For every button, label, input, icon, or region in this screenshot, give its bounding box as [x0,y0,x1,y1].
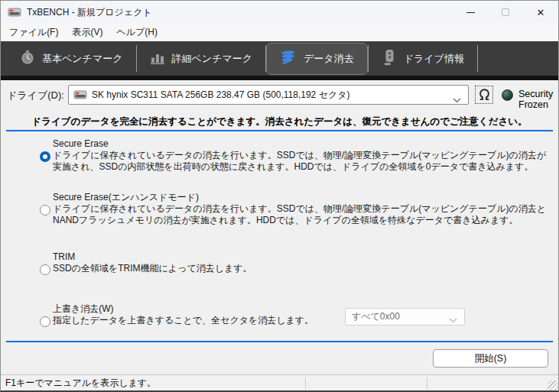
tab-drive-info[interactable]: ドライブ情報 [369,41,477,76]
close-button[interactable]: ✕ [523,1,558,24]
erase-scribble-icon [280,50,297,69]
security-status-text: Security Frozen [518,89,558,110]
refresh-icon [478,89,491,102]
maximize-icon [502,8,509,16]
title-bar: TxBENCH - 新規プロジェクト ✕ [1,1,558,24]
drive-select[interactable]: SK hynix SC311 SATA 256GB 238.47 GB (500… [68,85,469,105]
option-description: ドライブに保存されているデータの消去を行います。SSDでは、物理/論理変換テーブ… [53,150,551,173]
option-description: SSDの全領域をTRIM機能によって消去します。 [53,263,551,274]
overwrite-pattern-select[interactable]: すべて0x00 [345,308,465,326]
drive-info-icon [382,49,397,68]
bar-chart-icon [150,50,165,67]
option-overwrite[interactable]: 上書き消去(W) 指定したデータを上書きすることで、全セクタを消去します。 すべ… [1,303,558,326]
minimize-button[interactable] [453,1,488,24]
status-pane-divider [427,377,427,389]
overwrite-pattern-value: すべて0x00 [352,310,400,323]
radio-secure-erase[interactable] [40,151,50,162]
option-secure-erase-enhanced[interactable]: Secure Erase(エンハンスドモード) ドライブに保存されているデータの… [1,192,558,226]
divider-line-bottom [6,341,553,342]
option-label: Secure Erase [53,138,551,150]
option-label: TRIM [53,251,551,263]
maximize-button[interactable] [488,1,523,24]
window-title: TxBENCH - 新規プロジェクト [27,6,152,19]
data-erase-panel: ドライブ(D): SK hynix SC311 SATA 256GB 238.4… [1,80,558,374]
menu-help[interactable]: ヘルプ(H) [109,24,164,41]
tab-basic-benchmark[interactable]: 基本ベンチマーク [7,41,136,76]
txbench-window: TxBENCH - 新規プロジェクト ✕ ファイル(F) 表示(V) ヘルプ(H… [0,0,559,392]
chevron-down-icon [449,315,457,326]
tab-label: 詳細ベンチマーク [172,52,253,66]
drive-select-value: SK hynix SC311 SATA 256GB 238.47 GB (500… [92,89,349,102]
option-description: 指定したデータを上書きすることで、全セクタを消去します。 [53,315,551,326]
status-bar: F1キーでマニュアルを表示します。 [1,374,558,391]
option-secure-erase[interactable]: Secure Erase ドライブに保存されているデータの消去を行います。SSD… [1,138,558,173]
drive-row: ドライブ(D): SK hynix SC311 SATA 256GB 238.4… [1,85,558,106]
hard-drive-icon [73,89,87,100]
security-status-led [502,89,513,101]
menu-view[interactable]: 表示(V) [65,24,109,41]
refresh-drives-button[interactable] [475,86,493,104]
status-pane-divider [305,377,306,389]
option-label: 上書き消去(W) [53,303,551,315]
option-trim[interactable]: TRIM SSDの全領域をTRIM機能によって消去します。 [1,251,558,274]
status-message: F1キーでマニュアルを表示します。 [5,375,156,391]
tab-advanced-benchmark[interactable]: 詳細ベンチマーク [137,41,266,76]
divider-line-top [6,130,553,131]
menu-bar: ファイル(F) 表示(V) ヘルプ(H) [1,24,558,41]
tab-label: ドライブ情報 [404,52,464,66]
app-icon [8,7,21,18]
tab-data-erase[interactable]: データ消去 [266,43,368,75]
tab-bar: 基本ベンチマーク 詳細ベンチマーク データ消去 [1,41,558,76]
start-button[interactable]: 開始(S) [433,349,548,368]
option-description: ドライブに保存されているデータの消去を行います。SSDでは、物理/論理変換テーブ… [53,203,551,226]
radio-trim[interactable] [40,264,50,275]
close-icon: ✕ [537,8,545,18]
tab-label: データ消去 [304,52,354,66]
stopwatch-icon [20,50,35,67]
resize-grip-icon[interactable] [548,381,557,390]
chevron-down-icon [453,92,461,106]
drive-label: ドライブ(D): [7,89,64,102]
minimize-icon [466,12,475,13]
radio-secure-erase-enhanced[interactable] [40,205,50,215]
radio-overwrite[interactable] [40,316,50,327]
window-controls: ✕ [453,1,558,24]
tab-separator [477,45,478,72]
menu-file[interactable]: ファイル(F) [2,24,65,41]
option-label: Secure Erase(エンハンスドモード) [53,192,551,203]
erase-warning-text: ドライブのデータを完全に消去することができます。消去されたデータは、復元できませ… [1,115,558,128]
tab-label: 基本ベンチマーク [42,52,123,66]
